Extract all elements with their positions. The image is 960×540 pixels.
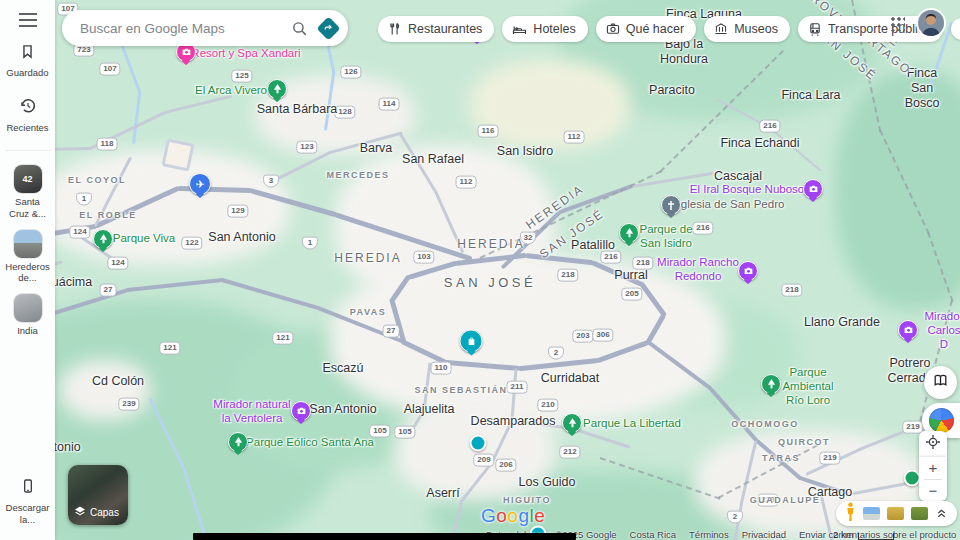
chip-qu-hacer[interactable]: Qué hacer — [596, 16, 696, 42]
imagery-thumbnail[interactable] — [887, 507, 904, 520]
route-shield: 306 — [592, 329, 613, 342]
park-pin[interactable] — [619, 223, 639, 243]
route-shield: 105 — [394, 426, 415, 439]
route-shield: 218 — [557, 269, 578, 282]
route-shield: 239 — [118, 398, 139, 411]
route-shield: 114 — [379, 98, 400, 111]
recent-place-label: Herederos de... — [5, 261, 51, 285]
route-shield: 128 — [334, 106, 355, 119]
park-pin[interactable] — [267, 79, 287, 99]
chip-label: Qué hacer — [626, 22, 684, 36]
sidebar-item-recents[interactable]: Recientes — [5, 97, 51, 134]
account-avatar[interactable] — [918, 10, 944, 36]
photo-spot-pin[interactable] — [898, 320, 918, 340]
route-shield: 103 — [413, 251, 434, 264]
google-logo[interactable]: Google — [481, 505, 545, 527]
search-input[interactable] — [78, 20, 282, 37]
terrain-patch — [60, 360, 150, 420]
imagery-thumbnail[interactable] — [911, 507, 928, 520]
map-place-label: uácima — [52, 275, 92, 290]
church-pin[interactable] — [661, 195, 681, 215]
zoom-in-button[interactable]: + — [919, 457, 947, 479]
photo-spot-pin[interactable] — [291, 401, 311, 421]
map-poi-label[interactable]: Resort y Spa Xandari — [191, 47, 300, 61]
airport-pin[interactable]: ✈ — [189, 173, 211, 195]
route-shield: 112 — [456, 176, 477, 189]
layers-button[interactable]: Capas — [68, 465, 128, 525]
my-location-button[interactable] — [919, 431, 947, 457]
map-poi-label[interactable]: El Iral Bosque Nuboso — [690, 183, 804, 197]
route-shield: 228 — [757, 494, 778, 507]
route-shield: 27 — [100, 284, 117, 297]
map-poi-label[interactable]: Iglesia de San Pedro — [678, 198, 785, 212]
map-place-label: Llano Grande — [804, 315, 880, 330]
crosshair-icon — [925, 434, 941, 454]
collapse-chevrons-icon[interactable] — [935, 505, 948, 523]
park-pin[interactable] — [228, 432, 248, 452]
route-shield: 116 — [478, 125, 499, 138]
layers-label: Capas — [90, 507, 119, 518]
route-shield: 105 — [369, 425, 390, 438]
recent-place-item[interactable]: India — [5, 294, 51, 337]
route-shield: 212 — [559, 446, 580, 459]
shopping-pin[interactable] — [460, 330, 483, 353]
sidebar-item-label: Recientes — [5, 122, 51, 134]
road-segment — [572, 427, 631, 448]
terrain-patch — [40, 150, 290, 265]
park-pin[interactable] — [93, 229, 113, 249]
directions-diamond-icon — [316, 16, 340, 40]
photo-spot-pin[interactable] — [738, 261, 758, 281]
chip-museos[interactable]: Museos — [704, 16, 790, 42]
google-logo-letter: o — [496, 505, 507, 526]
layers-icon — [74, 505, 86, 519]
route-shield: 218 — [781, 284, 802, 297]
map-poi-label[interactable]: Parque de San Isidro — [639, 223, 692, 251]
route-shield: 206 — [495, 459, 516, 472]
history-icon — [19, 97, 37, 119]
road-segment — [220, 278, 319, 310]
bookmark-icon — [19, 43, 36, 64]
sidebar-item-download-app[interactable]: Descargar la... — [5, 477, 51, 526]
recent-place-label: India — [5, 325, 51, 337]
recent-places-list: 42Santa Cruz &...Herederos de...India — [5, 150, 51, 337]
museum-icon — [714, 22, 728, 36]
recent-place-item[interactable]: Herederos de... — [5, 230, 51, 285]
google-apps-grid-icon[interactable] — [890, 16, 905, 31]
attribution-link[interactable]: Privacidad — [742, 529, 786, 540]
chip-hoteles[interactable]: Hoteles — [502, 16, 587, 42]
chip-label: Museos — [734, 22, 778, 36]
camera-icon — [606, 22, 620, 36]
route-shield: 123 — [296, 141, 317, 154]
poi-dot-green[interactable] — [904, 470, 921, 487]
recent-place-thumbnail: 42 — [14, 165, 42, 193]
bottom-black-bar — [193, 533, 576, 540]
scale-bar — [858, 533, 894, 540]
hamburger-menu-icon[interactable] — [19, 19, 37, 21]
park-pin[interactable] — [761, 374, 781, 394]
route-shield: 107 — [99, 63, 120, 76]
route-shield: 118 — [97, 138, 118, 151]
search-button[interactable] — [282, 20, 316, 37]
imagery-thumbnail[interactable] — [863, 507, 880, 520]
chips-more-button[interactable] — [951, 18, 960, 40]
recent-place-item[interactable]: 42Santa Cruz &... — [5, 165, 51, 220]
route-shield: 210 — [537, 399, 558, 412]
chip-restaurantes[interactable]: Restaurantes — [378, 16, 494, 42]
zoom-out-button[interactable]: − — [919, 480, 947, 502]
route-shield: 121 — [159, 342, 180, 355]
sidebar-item-saved[interactable]: Guardado — [5, 43, 51, 79]
poi-dot-teal[interactable] — [470, 435, 487, 452]
map-canvas[interactable]: 1077231071251261281141181231161121123112… — [0, 0, 960, 540]
route-shield: 121 — [272, 332, 293, 345]
zoom-controls: + − — [919, 457, 947, 501]
attribution-link[interactable]: Costa Rica — [630, 529, 676, 540]
route-shield: 27 — [383, 325, 400, 338]
attribution-link[interactable]: Términos — [689, 529, 729, 540]
directions-button[interactable] — [316, 16, 340, 40]
road-segment — [165, 94, 233, 113]
photo-spot-pin[interactable] — [803, 179, 823, 199]
pegman-icon[interactable] — [845, 502, 856, 526]
park-pin[interactable] — [562, 413, 582, 433]
search-bar — [62, 10, 348, 46]
travel-guide-button[interactable] — [924, 366, 957, 399]
